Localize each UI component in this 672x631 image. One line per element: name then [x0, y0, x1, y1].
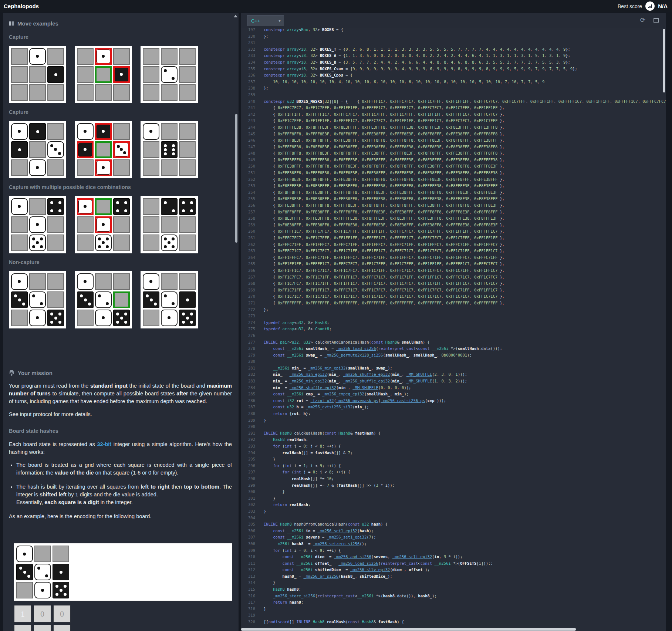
code-line[interactable]: 244 { 0xFFFFFE38, 0xF8FFFE3F, 0xF8E3FFFF… — [241, 124, 666, 131]
code-line[interactable]: 255 { 0xF8FF8E3F, 0xF8E38FFF, 0xFFE38FF8… — [241, 196, 666, 202]
code-line[interactable]: 302 return realHash; — [241, 502, 666, 508]
code-line[interactable]: 245 { 0xFFFF8FF8, 0xFFFF8E3F, 0xF8FF8FFF… — [241, 131, 666, 138]
code-line[interactable]: 249 { 0xFFE3FFF8, 0xFFFFFE38, 0xF8FFFE3F… — [241, 157, 666, 163]
code-line[interactable]: 298 realHash[j] *= 10; — [241, 476, 666, 482]
code-line[interactable]: 306 const __m256i in = _mm256_set1_epi32… — [241, 528, 666, 534]
code-line[interactable]: 253 { 0xF8FFFE3F, 0xF8E3FFFF, 0xFFE3FFF8… — [241, 183, 666, 189]
code-line[interactable]: 284 min_ = _mm256_shuffle_epi32(min_, _M… — [241, 385, 666, 391]
code-line[interactable]: 239 — [241, 92, 666, 98]
code-line[interactable]: 296 for (int i = 1; i < 9; ++i) { — [241, 463, 666, 469]
code-line[interactable]: 318} — [241, 606, 666, 613]
code-line[interactable]: 313 hash8_ = _mm256_or_si256(hash8_, shi… — [241, 573, 666, 580]
code-line[interactable]: 303} — [241, 508, 666, 515]
code-line[interactable]: 311 const __m256i offset_ = _mm256_load_… — [241, 560, 666, 567]
code-line[interactable]: 237 10, 10, 10, 10, 10, 10, 10, 4, 10, 1… — [241, 79, 666, 85]
code-line[interactable]: 274typedef array<u32, 8> Hash8; — [241, 320, 666, 326]
code-line[interactable]: 259 { 0xF8E38FFF, 0xFFE38FF8, 0xFFFF8E38… — [241, 222, 666, 229]
code-line[interactable]: 269 { 0xFF1C71FF, 0xFF1FF1C7, 0xFFFC71C7… — [241, 287, 666, 294]
language-dropdown[interactable]: C++ ▾ — [247, 15, 284, 26]
code-line[interactable]: 312 const __m256i shiftedDice_ = _mm256_… — [241, 567, 666, 573]
code-line[interactable]: 251 { 0xFFE38FF8, 0xFFFF8E38, 0xF8FF8E3F… — [241, 170, 666, 176]
statement-scrollbar-thumb[interactable] — [235, 114, 237, 243]
code-line[interactable]: 297 for (int j = 0; j < 8; ++j) { — [241, 469, 666, 476]
code-line[interactable]: 300 } — [241, 489, 666, 495]
code-line[interactable]: 252 { 0xFFFF8E3F, 0xF8FF8FFF, 0xFFE38FFF… — [241, 176, 666, 183]
code-line[interactable]: 256 { 0xFFE38FFF, 0xFFFF8FF8, 0xFFFF8E3F… — [241, 202, 666, 209]
code-line[interactable]: 277INLINE pair<u32, u32> calcRotAndCanon… — [241, 339, 666, 346]
code-line[interactable]: 278 const __m256i smallHash_ = _mm256_lo… — [241, 345, 666, 352]
code-line[interactable]: 320[[nodiscard]] INLINE Hash8 realHash(c… — [241, 619, 666, 625]
code-line[interactable]: 279 const __m256i swap_ = _mm256_permute… — [241, 352, 666, 359]
code-line[interactable]: 257 { 0xF8FF8FFF, 0xFFE38FFF, 0xFFFF8FF8… — [241, 209, 666, 216]
code-line[interactable]: 240constexpr u32 BOXES_MASKS[32][8] = { … — [241, 98, 666, 105]
code-line[interactable]: 282 min_ = _mm256_min_epi32(min_, _mm256… — [241, 371, 666, 378]
code-line[interactable]: 305INLINE Hash8 hash8fromCanonicalHash(c… — [241, 521, 666, 528]
code-line[interactable]: 304 — [241, 515, 666, 522]
code-line[interactable]: 246 { 0xFFFF8E3F, 0xF8FF8FFF, 0xFFE38FFF… — [241, 137, 666, 144]
code-line[interactable]: 275typedef array<u32, 8> Count8; — [241, 326, 666, 333]
code-line[interactable]: 285 const __m256i cmp_ = _mm256_cmpeq_ep… — [241, 391, 666, 398]
code-line[interactable]: 264 { 0xFF1FFFC7, 0xFFFC71FF, 0xFF1FFFC7… — [241, 254, 666, 261]
code-line[interactable]: 230}; — [241, 33, 666, 40]
code-line[interactable]: 289} — [241, 417, 666, 424]
scroll-up-arrow[interactable] — [234, 15, 237, 17]
code-line[interactable]: 272}; — [241, 307, 666, 313]
code-line[interactable]: 301 } — [241, 495, 666, 502]
editor-hscrollbar[interactable] — [241, 628, 576, 631]
code-line[interactable]: 307 const __m256i sevens = _mm256_set1_e… — [241, 534, 666, 541]
code-line[interactable]: 235constexpr array<i8, 32> BOXES_Csum = … — [241, 66, 666, 72]
code-line[interactable]: 197constexpr array<Box, 32> BOXES = { — [241, 28, 666, 33]
code-line[interactable]: 291INLINE Hash8 calcRealHash(const Hash8… — [241, 430, 666, 437]
code-line[interactable]: 250 { 0xFFE38FFF, 0xFFFF8FF8, 0xFFFF8E3F… — [241, 163, 666, 170]
code-line[interactable]: 267 { 0xFF1C7FC7, 0xFF1C71FF, 0xFF1FF1C7… — [241, 274, 666, 281]
code-line[interactable]: 261 { 0xFFFC7FC7, 0xFF1C7FFF, 0xFF1FF1FF… — [241, 235, 666, 242]
code-line[interactable]: 316 _mm256_store_si256(reinterpret_cast<… — [241, 593, 666, 600]
code-line[interactable]: 260 { 0xFFFFF1C7, 0xFFFC7FC7, 0xFF1C7FFF… — [241, 228, 666, 235]
code-line[interactable]: 317 return hash8; — [241, 599, 666, 606]
code-line[interactable]: 294 realHash[j] = fastHash[j] & 7; — [241, 450, 666, 456]
code-line[interactable]: 293 for (int j = 0; j < 8; ++j) { — [241, 443, 666, 450]
code-line[interactable]: 247 { 0xFFFF8E38, 0xF8FF8E3F, 0xF8E38FFF… — [241, 144, 666, 151]
code-line[interactable]: 268 { 0xFF1C7FC7, 0xFF1C71FF, 0xFF1FF1C7… — [241, 280, 666, 287]
code-line[interactable]: 265 { 0xFF1FF1FF, 0xFFFFF1C7, 0xFFFC7FC7… — [241, 261, 666, 267]
code-line[interactable]: 273 — [241, 313, 666, 320]
code-line[interactable]: 315 Hash8 hash8; — [241, 586, 666, 593]
code-line[interactable]: 243 { 0xFF1C7FFF, 0xFF1FF1FF, 0xFFFFF1C7… — [241, 118, 666, 124]
code-line[interactable]: 266 { 0xFF1FF1C7, 0xFFFC71C7, 0xFF1C7FC7… — [241, 267, 666, 274]
code-line[interactable]: 290 — [241, 424, 666, 430]
code-line[interactable]: 314 } — [241, 580, 666, 586]
code-line[interactable]: 241 { 0xFFFC7FC7, 0xFF1C7FFF, 0xFF1FF1FF… — [241, 105, 666, 111]
code-line[interactable]: 263 { 0xFFFC71C7, 0xFF1C7FC7, 0xFF1C71FF… — [241, 248, 666, 254]
code-line[interactable]: 236constexpr array<i8, 32> BOXES_Cpos = … — [241, 72, 666, 79]
code-line[interactable]: 286 const i32 rot = _tzcnt_u32(_mm256_mo… — [241, 398, 666, 404]
code-line[interactable]: 276 — [241, 333, 666, 339]
code-line[interactable]: 288 return {rot, h}; — [241, 411, 666, 417]
code-line[interactable]: 232constexpr array<i8, 32> BOXES_T = {0,… — [241, 46, 666, 53]
code-line[interactable]: 262 { 0xFFFC71FF, 0xFF1FFFC7, 0xFFFC71FF… — [241, 242, 666, 248]
code-line[interactable]: 234constexpr array<i8, 32> BOXES_B = {3,… — [241, 59, 666, 66]
code-line[interactable]: 319 — [241, 612, 666, 619]
code-line[interactable]: 287 const u32 h = _mm256_cvtsi256_si32(m… — [241, 404, 666, 411]
code-line[interactable]: 308 __m256i hash8_ = _mm256_setzero_si25… — [241, 541, 666, 547]
code-line[interactable]: 271 { 0xFFFFFFFF, 0xFFFFFFFF, 0xFFFFFFFF… — [241, 300, 666, 307]
code-line[interactable]: 242 { 0xFF1FF1FF, 0xFFFFF1C7, 0xFFFC7FC7… — [241, 111, 666, 118]
code-line[interactable]: 254 { 0xF8FF8FFF, 0xFFE38FFF, 0xFFFF8FF8… — [241, 189, 666, 196]
expand-icon[interactable] — [654, 18, 659, 23]
code-line[interactable]: 310 const __m256i dice_ = _mm256_and_si2… — [241, 554, 666, 560]
code-line[interactable]: 248 { 0xFFFF8FF8, 0xFFFF8E3F, 0xF8FF8FFF… — [241, 150, 666, 157]
code-editor[interactable]: 197constexpr array<Box, 32> BOXES = {230… — [241, 28, 666, 631]
code-line[interactable]: 283 min_ = _mm256_min_epi32(min_, _mm256… — [241, 378, 666, 385]
code-line[interactable]: 233constexpr array<i8, 32> BOXES_A = {1,… — [241, 53, 666, 59]
code-line[interactable]: 299 realHash[j] += 7 & (fastHash[j] >> (… — [241, 482, 666, 489]
code-line[interactable]: 281 __m256i min_ = _mm256_min_epi32(smal… — [241, 365, 666, 372]
code-line[interactable]: 295 } — [241, 456, 666, 463]
refresh-icon[interactable]: ⟳ — [640, 17, 645, 23]
code-line[interactable]: 280 — [241, 358, 666, 365]
code-line[interactable]: 231 — [241, 40, 666, 46]
code-line[interactable]: 238}; — [241, 85, 666, 92]
editor-vscrollbar-thumb[interactable] — [663, 29, 665, 92]
code-line[interactable]: 258 { 0xF8E3FFFF, 0xFFE3FFF8, 0xFFFFFE38… — [241, 215, 666, 222]
code-line[interactable]: 292 Hash8 realHash; — [241, 436, 666, 443]
code-line[interactable]: 270 { 0xFF1C71C7, 0xFF1C71C7, 0xFF1C71C7… — [241, 293, 666, 300]
code-line[interactable]: 309 for (int i = 0; i < 9; ++i) { — [241, 547, 666, 554]
